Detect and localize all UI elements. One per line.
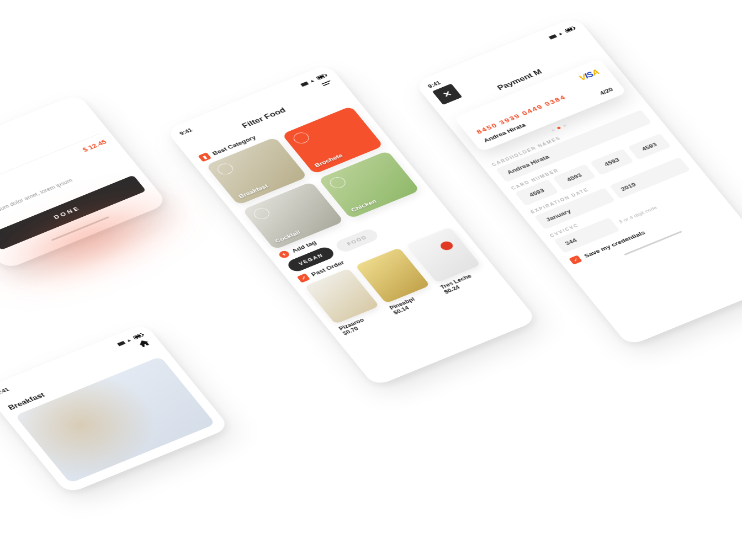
battery-icon bbox=[564, 26, 575, 33]
wifi-icon bbox=[124, 337, 133, 343]
check-icon: ✓ bbox=[297, 273, 311, 282]
screen-cart: Kacang X1 Sub Total $ 12.45 ≡ Notes Lore… bbox=[0, 93, 168, 270]
checkbox-save[interactable]: ✓ bbox=[569, 255, 582, 264]
chicken-icon bbox=[327, 175, 348, 190]
wifi-icon bbox=[308, 77, 316, 83]
skewer-icon bbox=[291, 130, 312, 145]
card-expiry: 4/20 bbox=[598, 86, 614, 96]
glass-icon bbox=[251, 206, 272, 221]
plus-icon[interactable]: + bbox=[278, 249, 292, 259]
cart-item-qty: X1 bbox=[0, 141, 5, 155]
pan-icon bbox=[215, 161, 236, 176]
signal-icon bbox=[115, 339, 125, 346]
wifi-icon bbox=[556, 30, 565, 36]
signal-icon bbox=[299, 80, 308, 87]
battery-icon bbox=[132, 333, 144, 339]
chart-icon: ▮ bbox=[198, 152, 212, 162]
home-icon[interactable] bbox=[137, 339, 151, 348]
screen-breakfast: 9:41 Breakfast bbox=[0, 323, 230, 494]
signal-icon bbox=[547, 33, 556, 40]
battery-icon bbox=[316, 73, 327, 80]
